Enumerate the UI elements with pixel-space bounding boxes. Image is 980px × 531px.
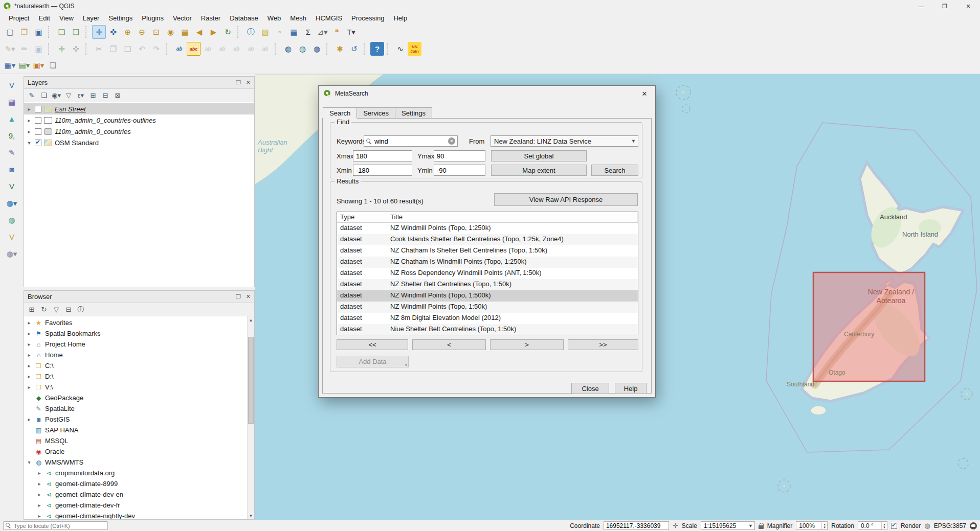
globe-layers-icon[interactable]: ◍: [310, 42, 324, 56]
menu-item[interactable]: Settings: [104, 13, 137, 23]
add-selected-layers-icon[interactable]: ⊞: [26, 304, 37, 315]
map-tips-icon[interactable]: ❝: [330, 25, 344, 39]
ymin-input[interactable]: [434, 165, 485, 176]
page-next-button[interactable]: >: [490, 339, 564, 350]
add-data-button[interactable]: Add Data ▾: [337, 356, 409, 367]
browser-item-home[interactable]: ⌂ Home: [24, 350, 247, 360]
magnifier-spinner[interactable]: 100% ▲▼: [796, 521, 828, 530]
expand-all-icon[interactable]: ⊞: [87, 90, 99, 101]
effects-icon[interactable]: ❏: [46, 59, 60, 73]
crs-icon[interactable]: ◍: [924, 522, 930, 529]
result-row[interactable]: dataset NZ Windmill Points (Topo, 1:50k): [337, 302, 638, 313]
expander-icon[interactable]: [26, 374, 32, 379]
browser-item-postgis[interactable]: ◙ PostGIS: [24, 414, 247, 425]
expander-icon[interactable]: [26, 118, 32, 123]
plugin-undo-icon[interactable]: ↺: [347, 42, 361, 56]
expander-icon[interactable]: [26, 129, 32, 134]
menu-item[interactable]: Processing: [347, 13, 389, 23]
expander-icon[interactable]: [26, 384, 32, 390]
add-wcs-layer-icon[interactable]: ◍: [5, 213, 19, 227]
xmax-input[interactable]: [353, 150, 412, 161]
browser-item-spatial-bookmarks[interactable]: ⚑ Spatial Bookmarks: [24, 328, 247, 339]
pin-labels-icon[interactable]: ab: [201, 42, 215, 56]
result-row[interactable]: dataset NZ Chatham Is Windmill Points (T…: [337, 257, 638, 268]
scale-select[interactable]: 1:15195625 ▼: [701, 521, 755, 530]
manage-map-themes-icon[interactable]: ◉▾: [51, 90, 62, 101]
close-panel-icon[interactable]: ✕: [246, 79, 251, 86]
toggle-editing-icon[interactable]: ✏: [17, 42, 31, 56]
data-source-manager-icon[interactable]: V: [5, 78, 19, 92]
view-raw-api-button[interactable]: View Raw API Response: [494, 193, 638, 206]
help-button[interactable]: Help: [615, 383, 647, 394]
browser-item-drive-v[interactable]: ❒ V:\: [24, 382, 247, 393]
close-button[interactable]: Close: [571, 383, 609, 394]
expander-icon[interactable]: [26, 417, 32, 422]
tab-search[interactable]: Search: [323, 107, 357, 119]
plugin-reload-icon[interactable]: ✱: [333, 42, 347, 56]
globe-search-icon[interactable]: ◍: [281, 42, 295, 56]
zoom-last-icon[interactable]: ◀: [192, 25, 206, 39]
browser-item-geomet-climate-8999[interactable]: ⊲ geomet-climate-8999: [24, 478, 247, 489]
page-last-button[interactable]: >>: [568, 339, 638, 350]
expander-icon[interactable]: [36, 513, 42, 519]
filter-legend-icon[interactable]: ▽: [63, 90, 74, 101]
result-row[interactable]: dataset Niue Shelter Belt Centrelines (T…: [337, 324, 638, 335]
expander-icon[interactable]: [26, 106, 32, 112]
float-panel-icon[interactable]: ❐: [236, 79, 241, 86]
expander-icon[interactable]: [26, 341, 32, 347]
pan-to-selection-icon[interactable]: ✜: [106, 25, 120, 39]
locator-search[interactable]: [3, 521, 108, 530]
result-row[interactable]: dataset NZ Chatham Is Shelter Belt Centr…: [337, 245, 638, 257]
spinner-arrows-icon[interactable]: ▲▼: [881, 522, 887, 529]
undo-icon[interactable]: ↶: [135, 42, 149, 56]
identify-features-icon[interactable]: ⓘ: [244, 25, 258, 39]
change-label-icon[interactable]: ab: [258, 42, 272, 56]
browser-item-favorites[interactable]: ★ Favorites: [24, 317, 247, 328]
add-wfs-layer-icon[interactable]: V: [5, 230, 19, 244]
ymax-input[interactable]: [434, 150, 485, 161]
move-label-icon[interactable]: ab: [230, 42, 243, 56]
menu-item[interactable]: Project: [4, 13, 34, 23]
current-edits-icon[interactable]: ✎▾: [3, 42, 17, 56]
tab-settings[interactable]: Settings: [395, 107, 432, 119]
lock-scale-icon[interactable]: [759, 523, 764, 529]
add-postgis-layer-icon[interactable]: ◙: [5, 163, 19, 176]
close-window-button[interactable]: ✕: [956, 0, 980, 12]
browser-item-sap-hana[interactable]: ▥ SAP HANA: [24, 425, 247, 435]
map-extent-button[interactable]: Map extent: [491, 165, 587, 176]
add-mesh-layer-icon[interactable]: ▲: [5, 112, 19, 126]
result-row[interactable]: dataset Cook Islands Shelter Belt Centre…: [337, 234, 638, 245]
browser-item-wms-wmts[interactable]: ◍ WMS/WMTS: [24, 457, 247, 468]
browser-scrollbar[interactable]: ▲ ▼: [247, 316, 254, 519]
float-panel-icon[interactable]: ❐: [236, 293, 241, 300]
zoom-next-icon[interactable]: ▶: [207, 25, 220, 39]
layer-visibility-checkbox[interactable]: [35, 128, 41, 135]
result-row[interactable]: dataset NZ 8m Digital Elevation Model (2…: [337, 313, 638, 324]
add-vector-layer-icon[interactable]: V: [5, 179, 19, 193]
menu-item[interactable]: Mesh: [285, 13, 311, 23]
menu-item[interactable]: Help: [389, 13, 412, 23]
layer-visibility-checkbox[interactable]: [35, 106, 41, 112]
show-layout-manager-icon[interactable]: ❑: [69, 25, 83, 39]
zoom-to-selection-icon[interactable]: ◉: [164, 25, 177, 39]
statistical-summary-icon[interactable]: Σ: [301, 25, 315, 39]
expander-icon[interactable]: [36, 492, 42, 497]
deselect-features-icon[interactable]: ▫: [273, 25, 286, 39]
paste-features-icon[interactable]: ❏: [121, 42, 135, 56]
layer-item-esri-street[interactable]: Esri Street: [24, 103, 254, 114]
result-row[interactable]: dataset NZ Shelter Belt Centrelines (Top…: [337, 279, 638, 290]
zoom-to-layer-icon[interactable]: ▦: [178, 25, 192, 39]
filter-browser-icon[interactable]: ▽: [51, 304, 62, 315]
menu-item[interactable]: HCMGIS: [311, 13, 347, 23]
expander-icon[interactable]: [26, 352, 32, 358]
open-project-icon[interactable]: ❐: [17, 25, 31, 39]
menu-item[interactable]: View: [55, 13, 78, 23]
label-toolbar-active-icon[interactable]: abc: [187, 42, 201, 56]
browser-item-cropmonitordata[interactable]: ⊲ cropmonitordata.org: [24, 468, 247, 478]
dialog-close-icon[interactable]: ✕: [634, 86, 655, 101]
close-panel-icon[interactable]: ✕: [246, 293, 251, 300]
result-row[interactable]: dataset NZ Ross Dependency Windmill Poin…: [337, 268, 638, 279]
copy-features-icon[interactable]: ❐: [106, 42, 120, 56]
new-print-layout-icon[interactable]: ❏: [55, 25, 69, 39]
expander-icon[interactable]: [26, 140, 32, 146]
